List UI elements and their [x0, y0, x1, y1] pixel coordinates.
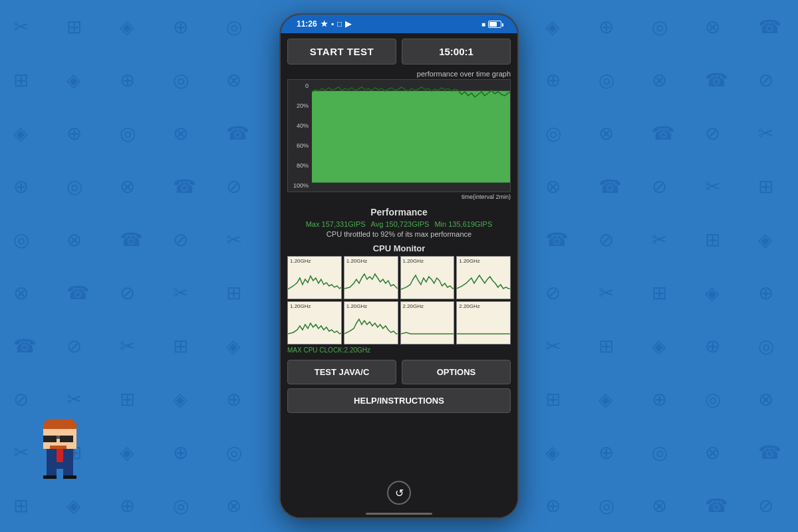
help-row: HELP/INSTRUCTIONS	[281, 388, 517, 418]
y-label-100: 100%	[289, 182, 311, 189]
cpu-freq-3: 1.20GHz	[403, 258, 424, 264]
cpu-cell-1: 1.20GHz	[287, 256, 342, 299]
cpu-cell-7: 2.20GHz	[400, 301, 455, 344]
test-java-c-button[interactable]: TEST JAVA/C	[287, 360, 396, 384]
graph-title: performance over time graph	[287, 70, 511, 78]
y-label-0: 0	[289, 82, 311, 89]
perf-avg: Avg 150,723GIPS	[371, 220, 430, 228]
performance-title: Performance	[287, 207, 511, 217]
bluetooth-icon: ★	[321, 19, 328, 29]
performance-values: Max 157,331GIPS Avg 150,723GIPS Min 135,…	[287, 220, 511, 228]
battery-icon	[488, 21, 501, 28]
cpu-cell-3: 1.20GHz	[400, 256, 455, 299]
cpu-monitor-title: CPU Monitor	[281, 241, 517, 256]
performance-graph: 100% 80% 60% 40% 20% 0	[287, 79, 511, 192]
graph-x-label: time(interval 2min)	[287, 194, 511, 200]
start-test-button[interactable]: START TEST	[287, 39, 396, 65]
status-right-icons: ■	[481, 21, 501, 28]
home-indicator	[366, 513, 432, 515]
cpu-cell-6: 1.20GHz	[344, 301, 398, 344]
performance-stats: Performance Max 157,331GIPS Avg 150,723G…	[281, 203, 517, 241]
timer-display: 15:00:1	[402, 39, 511, 65]
cpu-freq-4: 1.20GHz	[459, 258, 480, 264]
home-indicator-row	[281, 509, 517, 517]
svg-rect-3	[43, 436, 57, 442]
x-icon: ■	[481, 21, 485, 28]
options-button[interactable]: OPTIONS	[402, 360, 511, 384]
max-cpu-clock-label: MAX CPU CLOCK:2.20GHz	[281, 344, 517, 356]
status-time: 11:26 ★ ▪ □ ▶	[297, 19, 351, 29]
nav-bar: ↺	[281, 477, 517, 509]
cpu-cell-4: 1.20GHz	[456, 256, 511, 299]
cpu-freq-6: 1.20GHz	[346, 303, 368, 309]
status-bar: 11:26 ★ ▪ □ ▶ ■	[281, 15, 517, 33]
y-label-40: 40%	[289, 122, 311, 129]
top-buttons-row: START TEST 15:00:1	[281, 33, 517, 70]
perf-throttle: CPU throttled to 92% of its max performa…	[287, 230, 511, 238]
cast-icon: □	[337, 19, 342, 29]
phone-frame: 11:26 ★ ▪ □ ▶ ■ START TEST 15:00:1 perfo…	[279, 13, 519, 519]
svg-rect-12	[63, 475, 76, 479]
cpu-cell-8: 2.20GHz	[456, 301, 511, 344]
y-label-20: 20%	[289, 102, 311, 109]
cpu-freq-1: 1.20GHz	[290, 258, 311, 264]
cpu-freq-8: 2.20GHz	[459, 303, 480, 309]
cpu-cell-5: 1.20GHz	[287, 301, 342, 344]
volume-icon: ▪	[331, 19, 334, 29]
graph-canvas	[312, 80, 510, 192]
cpu-monitor-grid: 1.20GHz 1.20GHz 1.20GHz 1.20GHz	[287, 256, 511, 344]
app-content: START TEST 15:00:1 performance over time…	[281, 33, 517, 517]
bottom-action-buttons: TEST JAVA/C OPTIONS	[281, 356, 517, 388]
svg-rect-8	[57, 449, 63, 462]
rotate-icon: ↺	[395, 487, 404, 499]
cpu-freq-2: 1.20GHz	[346, 258, 368, 264]
svg-rect-4	[60, 436, 73, 442]
y-label-80: 80%	[289, 162, 311, 169]
rotate-nav-button[interactable]: ↺	[387, 481, 411, 505]
perf-min: Min 135,619GIPS	[434, 220, 492, 228]
pixel-character	[37, 419, 83, 479]
cpu-freq-7: 2.20GHz	[403, 303, 424, 309]
svg-rect-11	[43, 475, 57, 479]
yt-icon: ▶	[345, 19, 351, 29]
svg-rect-13	[312, 91, 510, 183]
svg-rect-5	[57, 436, 60, 439]
help-instructions-button[interactable]: HELP/INSTRUCTIONS	[287, 388, 511, 413]
cpu-freq-5: 1.20GHz	[290, 303, 311, 309]
graph-y-labels: 100% 80% 60% 40% 20% 0	[288, 80, 312, 192]
perf-max: Max 157,331GIPS	[306, 220, 366, 228]
performance-graph-section: performance over time graph 100% 80% 60%…	[287, 70, 511, 200]
svg-rect-6	[50, 446, 66, 449]
y-label-60: 60%	[289, 142, 311, 149]
cpu-cell-2: 1.20GHz	[344, 256, 398, 299]
